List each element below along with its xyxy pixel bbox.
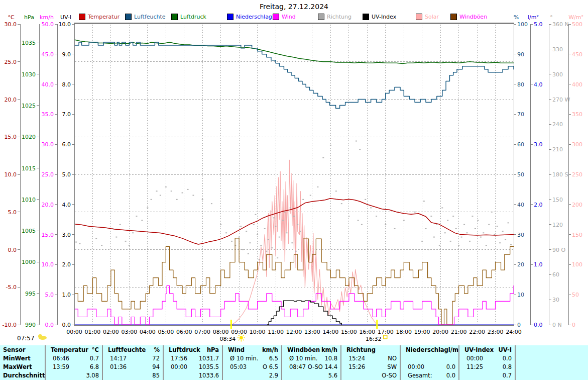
- column-unit: °C: [92, 346, 102, 354]
- series-point-richtung: [151, 199, 152, 200]
- axis-tick-label: 1.0: [534, 261, 543, 268]
- cell-value: [455, 354, 458, 363]
- series-point-richtung: [466, 232, 468, 233]
- column-unit: %: [154, 346, 163, 354]
- cell-value: 1031.7: [199, 354, 222, 363]
- axis-tick-label: 20.0: [42, 202, 54, 208]
- axis-tick-label: 2.0: [62, 261, 71, 268]
- axis-tick-label: 1010: [22, 197, 36, 203]
- series-point-richtung: [359, 149, 361, 150]
- cell-time: 08:47: [282, 363, 306, 371]
- cell-time: 00:00: [164, 363, 187, 371]
- series-line-solar: [232, 160, 377, 325]
- series-point-richtung: [302, 199, 304, 200]
- series-point-richtung: [286, 232, 287, 233]
- table-column-wind: Windkm/hØ 10 min.6.505:03O 6.52.9: [223, 345, 282, 380]
- column-unit: [397, 346, 400, 354]
- series-point-richtung: [264, 228, 266, 229]
- axis-tick-label: 300: [552, 71, 563, 78]
- series-point-richtung: [488, 224, 490, 225]
- x-axis-label: 24:00: [506, 329, 522, 335]
- axis-tick-label: 210: [552, 146, 563, 153]
- cell-time: [459, 371, 466, 380]
- axis-tick-label: 360 N: [552, 21, 569, 28]
- table-column-header: Temperatur°C: [46, 346, 102, 354]
- series-point-richtung: [129, 245, 130, 246]
- table-column-luftdruck: LuftdruckhPa17:561031.700:001035.51033.6: [164, 345, 223, 380]
- series-point-richtung: [171, 191, 172, 192]
- cell-time: 15:24: [341, 354, 365, 363]
- series-point-richtung: [141, 220, 143, 221]
- axis-tick-label: 250: [572, 171, 582, 178]
- series-point-richtung: [240, 226, 242, 227]
- cell-value: 0.7: [503, 371, 515, 380]
- x-axis-label: 09:00: [231, 329, 247, 335]
- axis-header-direction: °: [550, 14, 553, 21]
- column-name: Luftdruck: [164, 346, 200, 354]
- table-cell-durchschnitt: 5.6: [282, 371, 340, 380]
- column-name: Niederschlag: [401, 346, 448, 354]
- x-axis-label: 16:00: [359, 329, 375, 335]
- axis-tick-label: -5.0: [6, 284, 17, 291]
- series-point-richtung: [266, 251, 267, 252]
- axis-tick-label: 990: [25, 322, 36, 328]
- column-name: Richtung: [341, 346, 376, 354]
- axis-tick-label: 100: [572, 261, 582, 268]
- series-point-richtung: [136, 216, 137, 217]
- series-point-richtung: [231, 241, 232, 242]
- table-cell-maxwert: 15:26SW: [341, 363, 400, 371]
- series-point-richtung: [277, 257, 278, 258]
- axis-tick-label: 8.0: [62, 81, 71, 88]
- column-unit: l/m²: [448, 346, 458, 354]
- series-point-richtung: [293, 216, 295, 217]
- cell-value: 0.7: [90, 354, 102, 363]
- cell-value: 94: [152, 363, 163, 371]
- table-cell-maxwert: 01:3694: [103, 363, 163, 371]
- axis-tick-label: 1015: [22, 165, 36, 172]
- series-point-richtung: [361, 224, 363, 225]
- axis-tick-label: 80: [517, 81, 524, 88]
- column-unit: UV-I: [499, 346, 515, 354]
- sunset-time: 16:32: [366, 336, 382, 342]
- axis-tick-label: 7.0: [62, 111, 71, 118]
- series-point-richtung: [376, 216, 377, 217]
- table-filler: [516, 345, 588, 380]
- column-unit: km/h: [262, 346, 281, 354]
- table-column-header: Luftfeuchte%: [103, 346, 163, 354]
- x-axis-label: 03:00: [122, 329, 138, 335]
- table-column-header: Windkm/h: [223, 346, 281, 354]
- x-axis-label: 05:00: [158, 329, 174, 335]
- series-point-richtung: [273, 217, 275, 218]
- table-row-label: MinWert: [0, 354, 45, 363]
- series-point-richtung: [403, 220, 405, 221]
- sunrise-marker: [230, 320, 232, 329]
- x-axis-label: 10:00: [250, 329, 266, 335]
- table-cell-minwert: 00:000.0: [459, 354, 515, 363]
- table-cell-maxwert: 05:03O 6.5: [223, 363, 281, 371]
- table-column-header: Windböenkm/h: [282, 346, 340, 354]
- cell-value: O-SO 14.4: [308, 363, 340, 371]
- axis-tick-label: 0: [517, 322, 521, 328]
- cell-value: 1035.5: [199, 363, 222, 371]
- cell-time: [282, 371, 289, 380]
- cell-time: Gesamt:: [401, 371, 432, 380]
- table-cell-durchschnitt: 85: [103, 371, 163, 380]
- x-axis-label: 18:00: [396, 329, 412, 335]
- cell-time: [401, 354, 408, 363]
- axis-tick-label: 40: [517, 202, 524, 208]
- column-name: Windböen: [282, 346, 320, 354]
- table-column-header: Niederschlagl/m²: [401, 346, 458, 354]
- axis-tick-label: 1035: [22, 40, 36, 46]
- table-column-header: LuftdruckhPa: [164, 346, 222, 354]
- series-point-richtung: [220, 224, 221, 225]
- series-point-richtung: [225, 232, 227, 233]
- series-point-richtung: [310, 195, 311, 196]
- axis-tick-label: 20: [517, 261, 524, 268]
- axis-tick-label: 9.0: [62, 51, 71, 58]
- table-column-luftfeuchte: Luftfeuchte%14:177201:369485: [103, 345, 164, 380]
- axis-tick-label: 10: [517, 292, 524, 298]
- cell-value: 0.8: [503, 363, 515, 371]
- series-point-richtung: [250, 242, 251, 243]
- axis-tick-label: 25.0: [5, 59, 17, 65]
- x-axis-label: 00:00: [66, 329, 82, 335]
